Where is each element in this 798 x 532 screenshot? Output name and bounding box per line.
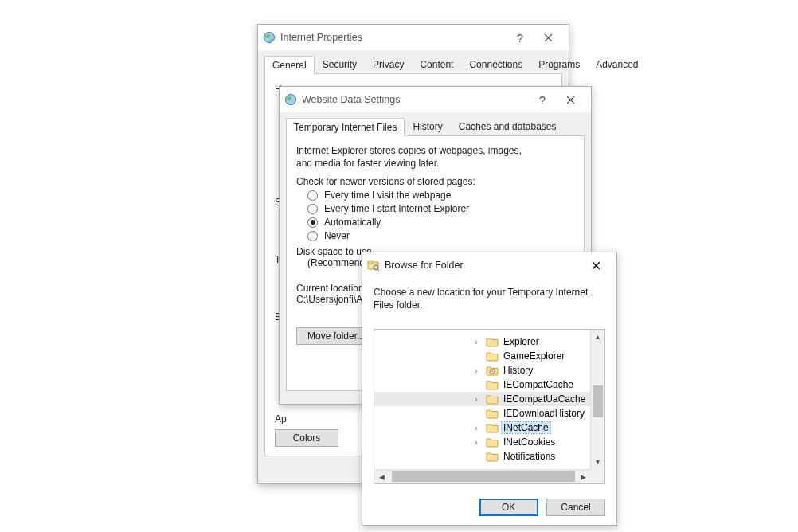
folder-icon (486, 408, 499, 419)
close-button[interactable] (532, 31, 564, 45)
radio-every-visit[interactable]: Every time I visit the webpage (307, 190, 574, 201)
expand-icon[interactable]: › (470, 395, 483, 404)
close-button[interactable] (554, 93, 586, 107)
tree-item-label: IEDownloadHistory (502, 408, 586, 419)
folder-icon (486, 350, 499, 362)
tree-item[interactable]: IECompatCache (374, 377, 590, 392)
radio-label: Every time I visit the webpage (324, 190, 451, 201)
help-button[interactable]: ? (530, 93, 554, 107)
scroll-thumb[interactable] (392, 471, 575, 482)
radio-icon (307, 217, 318, 228)
folder-icon (486, 336, 499, 347)
folder-tree[interactable]: ›ExplorerGameExplorer›HistoryIECompatCac… (374, 329, 605, 484)
window-title: Browse for Folder (385, 260, 580, 271)
radio-label: Automatically (324, 217, 381, 228)
tab-security[interactable]: Security (315, 55, 365, 73)
tree-item-label: History (502, 365, 534, 376)
tabs-row: General Security Privacy Content Connect… (264, 55, 562, 74)
radio-icon (307, 190, 318, 201)
window-title: Internet Properties (280, 32, 508, 43)
folder-browse-icon (367, 259, 380, 272)
tree-item-label: GameExplorer (502, 350, 566, 362)
tab-general[interactable]: General (264, 56, 315, 74)
folder-icon (486, 379, 499, 390)
vertical-scrollbar[interactable]: ▲ ▼ (590, 330, 604, 469)
close-button[interactable] (580, 259, 612, 272)
colors-button[interactable]: Colors (275, 429, 338, 447)
history-folder-icon (486, 365, 499, 376)
tab-caches-databases[interactable]: Caches and databases (451, 117, 565, 135)
titlebar: Website Data Settings ? (280, 87, 591, 112)
tab-programs[interactable]: Programs (530, 55, 588, 73)
tree-item-label: INetCache (502, 422, 550, 433)
tree-item[interactable]: ›INetCookies (374, 435, 590, 449)
tree-item[interactable]: ›Explorer (374, 334, 590, 349)
radio-icon (307, 231, 318, 241)
svg-point-1 (286, 95, 296, 105)
radio-never[interactable]: Never (307, 230, 574, 241)
tab-content[interactable]: Content (412, 55, 461, 73)
check-newer-label: Check for newer versions of stored pages… (296, 176, 574, 187)
tab-connections[interactable]: Connections (461, 55, 530, 73)
scroll-down-icon[interactable]: ▼ (591, 455, 604, 469)
tab-advanced[interactable]: Advanced (588, 55, 646, 73)
browse-description: Choose a new location for your Temporary… (374, 286, 597, 311)
ok-button[interactable]: OK (479, 499, 538, 516)
window-title: Website Data Settings (302, 94, 530, 105)
scroll-thumb[interactable] (593, 385, 603, 417)
tree-item-label: INetCookies (502, 436, 557, 448)
tree-item[interactable]: ›IECompatUaCache (374, 392, 590, 406)
tab-history[interactable]: History (405, 117, 450, 135)
titlebar: Internet Properties ? (258, 25, 569, 50)
expand-icon[interactable]: › (470, 338, 483, 346)
radio-automatically[interactable]: Automatically (307, 217, 574, 228)
scroll-up-icon[interactable]: ▲ (591, 330, 604, 344)
tree-item-label: IECompatUaCache (502, 393, 587, 405)
radio-label: Never (324, 230, 350, 241)
browse-for-folder-window: Browse for Folder Choose a new location … (362, 252, 617, 526)
tree-item-label: Notifications (502, 451, 557, 462)
svg-rect-3 (368, 261, 373, 264)
folder-icon (486, 436, 499, 448)
tree-item[interactable]: ›INetCache (374, 421, 590, 435)
expand-icon[interactable]: › (470, 438, 483, 447)
globe-icon (263, 31, 276, 44)
scroll-left-icon[interactable]: ◀ (374, 470, 389, 483)
radio-every-start[interactable]: Every time I start Internet Explorer (307, 203, 574, 214)
globe-icon (284, 93, 297, 106)
tree-item[interactable]: GameExplorer (374, 349, 590, 363)
folder-icon (486, 393, 499, 405)
horizontal-scrollbar[interactable]: ◀ ▶ (374, 469, 590, 483)
radio-label: Every time I start Internet Explorer (324, 203, 469, 214)
expand-icon[interactable]: › (470, 424, 483, 432)
folder-icon (486, 451, 499, 462)
tabs-row: Temporary Internet Files History Caches … (286, 117, 585, 136)
help-button[interactable]: ? (508, 31, 532, 45)
titlebar: Browse for Folder (362, 252, 616, 278)
tree-item-label: IECompatCache (502, 379, 575, 390)
tree-item[interactable]: IEDownloadHistory (374, 406, 590, 421)
tree-item-label: Explorer (502, 336, 541, 347)
tree-item[interactable]: ›History (374, 363, 590, 377)
panel-description: Internet Explorer stores copies of webpa… (296, 144, 535, 170)
scroll-right-icon[interactable]: ▶ (576, 470, 590, 483)
tree-item[interactable]: Notifications (374, 449, 590, 464)
tab-temporary-internet-files[interactable]: Temporary Internet Files (286, 118, 405, 136)
cancel-button[interactable]: Cancel (546, 499, 605, 516)
expand-icon[interactable]: › (470, 366, 483, 375)
radio-icon (307, 204, 318, 214)
svg-point-0 (264, 33, 275, 43)
folder-icon (486, 422, 499, 433)
tab-privacy[interactable]: Privacy (365, 55, 412, 73)
